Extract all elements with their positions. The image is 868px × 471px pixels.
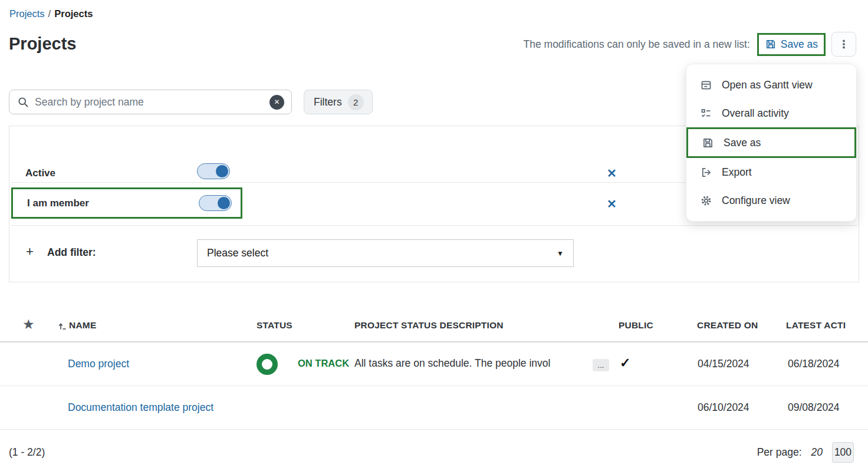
page-title: Projects bbox=[9, 34, 76, 54]
more-actions-button[interactable] bbox=[831, 32, 856, 57]
plus-icon: + bbox=[26, 244, 34, 259]
filter-label-active: Active bbox=[25, 167, 55, 179]
remove-active-filter-icon[interactable]: ✕ bbox=[607, 166, 617, 180]
filter-label-i-am-member: I am member bbox=[27, 197, 89, 209]
column-header-name[interactable]: NAME bbox=[69, 320, 96, 331]
sort-ascending-icon bbox=[58, 322, 66, 333]
active-toggle[interactable] bbox=[197, 163, 230, 179]
checklist-icon bbox=[699, 107, 712, 120]
menu-item-overall-activity[interactable]: Overall activity bbox=[686, 99, 856, 127]
project-search: ✕ bbox=[9, 90, 292, 114]
filters-label: Filters bbox=[314, 96, 342, 108]
save-as-label: Save as bbox=[781, 38, 818, 51]
menu-item-label: Configure view bbox=[722, 195, 790, 207]
column-header-created-on[interactable]: CREATED ON bbox=[697, 320, 758, 331]
menu-item-export[interactable]: Export bbox=[686, 158, 856, 186]
save-as-annotation-box: Save as bbox=[757, 33, 826, 56]
export-icon bbox=[699, 166, 712, 179]
column-header-public[interactable]: PUBLIC bbox=[619, 320, 653, 331]
per-page-label: Per page: bbox=[757, 446, 802, 459]
menu-item-label: Save as bbox=[724, 137, 761, 149]
menu-item-open-as-gantt[interactable]: Open as Gantt view bbox=[686, 71, 856, 99]
menu-item-label: Overall activity bbox=[722, 107, 789, 120]
project-status-description: All tasks are on schedule. The people in… bbox=[354, 357, 550, 370]
more-actions-menu: Open as Gantt view Overall activity Save… bbox=[686, 64, 857, 222]
gear-icon bbox=[699, 195, 712, 207]
add-filter-select[interactable]: Please select ▼ bbox=[197, 239, 574, 267]
created-on-date: 04/15/2024 bbox=[698, 358, 749, 370]
project-status-text: ON TRACK bbox=[298, 358, 349, 369]
project-link-demo-project[interactable]: Demo project bbox=[68, 358, 129, 370]
search-input[interactable] bbox=[35, 96, 269, 108]
table-row: Documentation template project 06/10/202… bbox=[0, 386, 868, 430]
table-row: Demo project ON TRACK All tasks are on s… bbox=[0, 342, 868, 386]
expand-description-button[interactable]: ... bbox=[593, 359, 609, 371]
table-header-row: ★ NAME STATUS PROJECT STATUS DESCRIPTION… bbox=[0, 311, 868, 342]
menu-item-save-as[interactable]: Save as bbox=[686, 127, 856, 158]
search-icon bbox=[17, 96, 29, 108]
breadcrumb-link-projects[interactable]: Projects bbox=[9, 8, 45, 19]
i-am-member-annotation-box: I am member bbox=[11, 187, 242, 219]
breadcrumb-current: Projects bbox=[54, 8, 93, 19]
chevron-down-icon: ▼ bbox=[557, 249, 564, 258]
header-actions: The modifications can only be saved in a… bbox=[524, 32, 856, 57]
menu-item-label: Export bbox=[722, 166, 752, 179]
i-am-member-toggle[interactable] bbox=[199, 195, 232, 211]
breadcrumb: Projects/Projects bbox=[9, 8, 93, 19]
column-header-latest-activity[interactable]: LATEST ACTI bbox=[786, 320, 846, 331]
filter-row-divider bbox=[11, 225, 857, 226]
filters-count-badge: 2 bbox=[348, 94, 364, 110]
per-page-option-100[interactable]: 100 bbox=[832, 442, 854, 463]
latest-activity-date: 06/18/2024 bbox=[788, 358, 840, 370]
per-page-controls: Per page: 20 100 bbox=[757, 442, 854, 463]
add-filter-label: Add filter: bbox=[47, 246, 96, 259]
filters-button[interactable]: Filters 2 bbox=[304, 90, 373, 114]
on-track-status-icon bbox=[257, 354, 278, 375]
add-filter-row: + Add filter: Please select ▼ bbox=[9, 230, 859, 271]
latest-activity-date: 09/08/2024 bbox=[788, 401, 840, 414]
gantt-view-icon bbox=[699, 79, 712, 91]
pagination-range: (1 - 2/2) bbox=[9, 446, 45, 459]
projects-page: Projects/Projects Projects The modificat… bbox=[0, 0, 868, 471]
modifications-note: The modifications can only be saved in a… bbox=[524, 38, 750, 51]
per-page-current: 20 bbox=[811, 446, 823, 459]
kebab-menu-icon bbox=[839, 39, 849, 50]
created-on-date: 06/10/2024 bbox=[698, 401, 749, 414]
projects-table: ★ NAME STATUS PROJECT STATUS DESCRIPTION… bbox=[0, 311, 868, 430]
clear-search-icon[interactable]: ✕ bbox=[269, 95, 284, 110]
breadcrumb-separator: / bbox=[48, 8, 51, 19]
public-check-icon: ✓ bbox=[620, 355, 630, 371]
toggle-knob bbox=[216, 165, 228, 177]
column-header-status[interactable]: STATUS bbox=[257, 320, 292, 331]
project-link-documentation-template[interactable]: Documentation template project bbox=[68, 401, 213, 414]
save-icon bbox=[765, 38, 777, 50]
toggle-knob bbox=[218, 197, 230, 209]
save-as-button[interactable]: Save as bbox=[765, 38, 818, 51]
remove-i-am-member-filter-icon[interactable]: ✕ bbox=[607, 197, 617, 211]
select-value: Please select bbox=[207, 247, 557, 259]
menu-item-configure-view[interactable]: Configure view bbox=[686, 186, 856, 215]
column-header-project-status-description[interactable]: PROJECT STATUS DESCRIPTION bbox=[354, 320, 504, 331]
save-icon bbox=[701, 137, 714, 149]
menu-item-label: Open as Gantt view bbox=[722, 79, 813, 91]
favorite-star-icon[interactable]: ★ bbox=[22, 317, 35, 332]
